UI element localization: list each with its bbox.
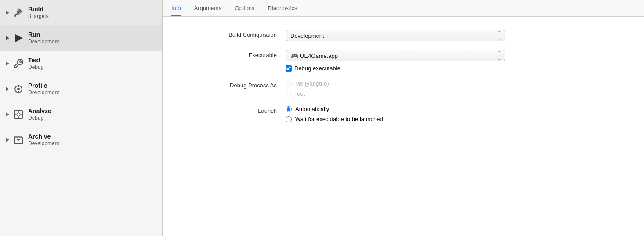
debug-process-me-radio[interactable]	[286, 81, 292, 87]
content-area: Build Configuration Development ⌃⌄ Execu…	[163, 17, 644, 236]
build-configuration-value: Development	[290, 32, 324, 39]
svg-marker-2	[6, 36, 9, 40]
debug-process-row: Debug Process As Me (yangtuo) root	[189, 80, 618, 97]
sidebar-item-build[interactable]: Build 3 targets	[0, 0, 162, 25]
sidebar-item-run-subtitle: Development	[28, 39, 59, 46]
ue4-app-icon: 🎮	[290, 52, 298, 60]
launch-control: Automatically Wait for executable to be …	[286, 106, 505, 122]
sidebar-item-archive[interactable]: Archive Development	[0, 127, 162, 153]
executable-dropdown[interactable]: 🎮 UE4Game.app ⌃⌄	[286, 50, 505, 61]
build-configuration-control: Development ⌃⌄	[286, 30, 505, 41]
profile-icon	[12, 83, 25, 95]
svg-point-11	[17, 88, 20, 90]
svg-rect-12	[18, 85, 18, 87]
sidebar-item-archive-subtitle: Development	[28, 140, 59, 147]
svg-marker-0	[6, 11, 9, 15]
executable-label: Executable	[189, 50, 277, 58]
sidebar-item-test-title: Test	[28, 56, 43, 64]
tab-arguments[interactable]: Arguments	[194, 1, 222, 16]
launch-automatically-label: Automatically	[295, 106, 329, 112]
sidebar-item-profile[interactable]: Profile Development	[0, 76, 162, 102]
expand-arrow-build[interactable]	[4, 11, 11, 15]
svg-marker-3	[15, 34, 23, 42]
debug-executable-label: Debug executable	[294, 65, 340, 72]
svg-marker-4	[6, 61, 9, 66]
chevron-down-icon: ⌃⌄	[497, 30, 501, 41]
sidebar-item-archive-title: Archive	[28, 132, 59, 140]
svg-marker-14	[6, 112, 9, 117]
sidebar-item-profile-title: Profile	[28, 82, 59, 89]
archive-icon	[12, 134, 25, 146]
expand-arrow-test[interactable]	[4, 61, 11, 66]
launch-wait-row: Wait for executable to be launched	[286, 116, 505, 122]
hammer-icon	[12, 7, 25, 19]
play-icon	[12, 32, 25, 44]
sidebar-item-profile-subtitle: Development	[28, 89, 59, 97]
wrench-icon	[12, 57, 25, 70]
tab-bar: Info Arguments Options Diagnostics	[163, 0, 644, 17]
expand-arrow-analyze[interactable]	[4, 112, 11, 117]
svg-rect-23	[14, 136, 22, 138]
sidebar-item-analyze-title: Analyze	[28, 107, 51, 115]
build-configuration-label: Build Configuration	[189, 30, 277, 38]
launch-wait-label: Wait for executable to be launched	[295, 116, 383, 122]
sidebar: Build 3 targets Run Development Test	[0, 0, 163, 236]
debug-executable-row: Debug executable	[286, 65, 505, 72]
sidebar-item-run-title: Run	[28, 31, 59, 39]
sidebar-item-analyze[interactable]: Analyze Debug	[0, 102, 162, 127]
launch-label: Launch	[189, 106, 277, 114]
debug-process-me-label: Me (yangtuo)	[295, 80, 329, 87]
sidebar-item-build-title: Build	[28, 5, 49, 13]
analyze-icon	[12, 108, 25, 121]
executable-control: 🎮 UE4Game.app ⌃⌄ Debug executable	[286, 50, 505, 72]
debug-process-root-label: root	[295, 90, 305, 97]
launch-row: Launch Automatically Wait for executable…	[189, 106, 618, 122]
executable-row: Executable 🎮 UE4Game.app ⌃⌄ Debug execut…	[189, 50, 618, 72]
svg-point-16	[17, 113, 20, 116]
sidebar-item-run[interactable]: Run Development	[0, 25, 162, 51]
debug-process-root-row: root	[286, 90, 505, 97]
launch-automatically-radio[interactable]	[286, 106, 292, 112]
tab-info[interactable]: Info	[171, 1, 181, 16]
chevron-down-icon-exec: ⌃⌄	[497, 50, 501, 61]
expand-arrow-archive[interactable]	[4, 138, 11, 142]
main-panel: Info Arguments Options Diagnostics Build…	[163, 0, 644, 236]
sidebar-item-test-subtitle: Debug	[28, 64, 43, 71]
debug-process-root-radio[interactable]	[286, 91, 292, 97]
debug-process-me-row: Me (yangtuo)	[286, 80, 505, 87]
svg-marker-5	[6, 87, 9, 91]
sidebar-item-analyze-subtitle: Debug	[28, 115, 51, 122]
build-configuration-row: Build Configuration Development ⌃⌄	[189, 30, 618, 41]
debug-process-control: Me (yangtuo) root	[286, 80, 505, 97]
launch-wait-radio[interactable]	[286, 116, 292, 122]
expand-arrow-profile[interactable]	[4, 87, 11, 91]
tab-diagnostics[interactable]: Diagnostics	[268, 1, 297, 16]
svg-marker-21	[6, 138, 9, 142]
build-configuration-dropdown[interactable]: Development ⌃⌄	[286, 30, 505, 41]
launch-automatically-row: Automatically	[286, 106, 505, 112]
debug-executable-checkbox[interactable]	[286, 65, 292, 72]
executable-value: UE4Game.app	[300, 53, 338, 59]
sidebar-item-build-subtitle: 3 targets	[28, 13, 49, 20]
svg-rect-13	[18, 91, 18, 93]
expand-arrow-run[interactable]	[4, 36, 11, 40]
sidebar-item-test[interactable]: Test Debug	[0, 51, 162, 76]
debug-process-label: Debug Process As	[189, 80, 277, 89]
tab-options[interactable]: Options	[235, 1, 255, 16]
